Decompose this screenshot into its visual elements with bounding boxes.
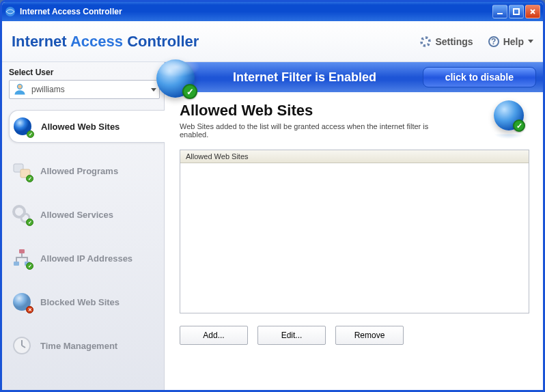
sidebar: Select User pwilliams [2,62,165,390]
globe-icon: ✓ [12,116,33,137]
sidebar-item-allowed-programs[interactable]: ✓ Allowed Programs [9,155,160,186]
section-globe-icon: ✓ [494,100,529,136]
svg-rect-1 [497,13,503,14]
svg-point-0 [5,7,15,16]
check-icon: ✓ [26,175,33,182]
list-column-spacer [503,152,523,160]
svg-rect-10 [14,262,19,266]
select-user-label: Select User [9,68,160,77]
sidebar-item-label: Allowed Programs [40,166,118,176]
network-icon: ✓ [12,248,32,268]
services-icon: ✓ [12,204,32,225]
sidebar-item-time-management[interactable]: Time Management [9,330,160,361]
check-icon: ✓ [513,120,525,132]
sidebar-item-allowed-web-sites[interactable]: ✓ Allowed Web Sites [9,110,165,143]
status-text: Internet Filter is Enabled [206,70,423,85]
content-panel: ✓ Allowed Web Sites Web Sites added to t… [165,62,543,390]
section-title: Allowed Web Sites [180,102,529,120]
settings-icon [420,36,431,47]
list-header-row[interactable]: Allowed Web Sites [180,150,529,163]
edit-button[interactable]: Edit... [257,326,326,345]
sidebar-item-allowed-services[interactable]: ✓ Allowed Services [9,199,160,230]
allowed-sites-list[interactable]: Allowed Web Sites [180,150,529,313]
check-icon: ✓ [27,130,34,138]
sidebar-item-allowed-ip-addresses[interactable]: ✓ Allowed IP Addresses [9,242,160,274]
help-icon: ? [488,36,499,47]
user-icon [12,83,27,96]
selected-user: pwilliams [31,85,147,94]
sidebar-item-label: Time Management [40,341,117,351]
sidebar-item-label: Allowed Services [40,210,113,220]
list-column-header: Allowed Web Sites [186,152,503,160]
programs-icon: ✓ [12,160,32,181]
sidebar-nav: ✓ Allowed Web Sites ✓ Allowed Programs [9,109,160,361]
remove-button[interactable]: Remove [335,326,404,345]
clock-icon [12,335,32,356]
window-title: Internet Access Controller [20,7,492,16]
settings-label: Settings [435,36,473,47]
minimize-button[interactable] [492,5,507,18]
header: Internet Access Controller Settings ? He… [2,21,543,62]
app-icon [5,6,16,17]
maximize-button[interactable] [509,5,524,18]
app-window: Internet Access Controller Internet Acce… [0,0,545,392]
close-button[interactable] [525,5,540,18]
help-button[interactable]: ? Help [488,36,533,47]
user-select[interactable]: pwilliams [9,80,160,99]
title-bar[interactable]: Internet Access Controller [2,2,543,21]
svg-rect-9 [19,249,25,253]
x-icon: ✕ [26,306,33,313]
chevron-down-icon [528,40,533,43]
check-icon: ✓ [26,219,33,226]
svg-point-3 [18,84,23,89]
sidebar-item-blocked-web-sites[interactable]: ✕ Blocked Web Sites [9,286,160,318]
sidebar-item-label: Blocked Web Sites [40,297,120,307]
sidebar-item-label: Allowed Web Sites [41,122,120,132]
section-description: Web Sites added to the list will be gran… [180,122,453,139]
app-title: Internet Access Controller [12,33,199,51]
settings-button[interactable]: Settings [420,36,473,47]
check-icon: ✓ [26,262,33,270]
status-banner: Internet Filter is Enabled click to disa… [165,62,543,92]
sidebar-item-label: Allowed IP Addresses [40,253,132,264]
globe-blocked-icon: ✕ [12,292,32,312]
svg-rect-2 [514,9,519,14]
add-button[interactable]: Add... [180,326,248,345]
chevron-down-icon [151,88,156,92]
disable-filter-button[interactable]: click to disable [423,67,536,87]
help-label: Help [503,36,524,47]
